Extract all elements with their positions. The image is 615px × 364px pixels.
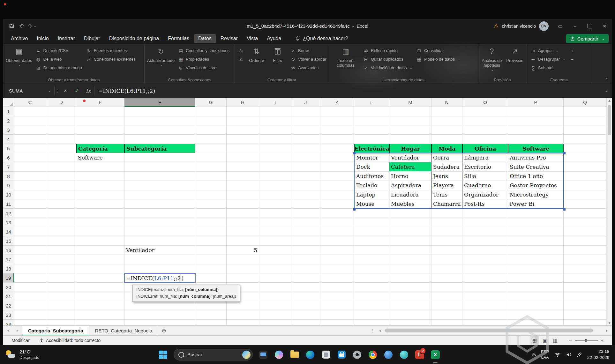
cell-N7[interactable]: Sudadera	[431, 162, 462, 172]
cell-I14[interactable]	[259, 227, 291, 236]
close-button[interactable]: ×	[597, 19, 612, 33]
cell-editor[interactable]: =INDICE(L6:P11;;2)	[124, 273, 196, 283]
cell-Q4[interactable]	[564, 135, 607, 144]
account-name[interactable]: christian vicencio	[502, 24, 536, 29]
de-texto-csv-button[interactable]: ≡De texto/CSV	[33, 47, 84, 55]
cell-M18[interactable]	[389, 264, 431, 273]
cell-I4[interactable]	[259, 135, 291, 144]
cell-D14[interactable]	[46, 227, 76, 236]
excel-icon[interactable]: X	[430, 345, 440, 364]
cell-G1[interactable]	[195, 107, 227, 116]
cell-D10[interactable]	[46, 190, 76, 199]
menu-tab-insertar[interactable]: Insertar	[54, 34, 79, 43]
cell-Q24[interactable]	[564, 320, 607, 325]
row-header-14[interactable]: 14	[3, 227, 14, 236]
cell-O2[interactable]	[462, 116, 508, 125]
cell-I19[interactable]	[259, 273, 291, 283]
cell-F13[interactable]	[124, 218, 195, 227]
column-header-p[interactable]: P	[508, 98, 564, 107]
cell-H23[interactable]	[227, 310, 259, 320]
cell-I18[interactable]	[259, 264, 291, 273]
borrar-button[interactable]: ×Borrar	[288, 47, 328, 55]
file-explorer-icon[interactable]	[289, 345, 300, 364]
cell-G9[interactable]	[195, 181, 227, 190]
menu-tab-ayuda[interactable]: Ayuda	[263, 34, 285, 43]
validacion-de-datos-button[interactable]: ✓Validación de datos⌄	[361, 64, 414, 72]
cell-Q5[interactable]	[564, 144, 607, 153]
cell-H6[interactable]	[227, 153, 259, 162]
page-layout-view-button[interactable]: ▣	[541, 336, 549, 345]
agrupar-button[interactable]: ⇥Agrupar⌄	[528, 47, 567, 55]
cell-N11[interactable]: Chamarra	[431, 199, 462, 209]
cell-H17[interactable]	[227, 255, 259, 264]
cell-F5[interactable]: Subcategoría	[124, 144, 195, 153]
cell-C10[interactable]	[14, 190, 46, 199]
cell-N6[interactable]: Gorra	[431, 153, 462, 162]
cell-J23[interactable]	[291, 310, 320, 320]
cell-O14[interactable]	[462, 227, 508, 236]
cell-L17[interactable]	[354, 255, 389, 264]
cell-P18[interactable]	[508, 264, 564, 273]
cell-E22[interactable]	[76, 301, 124, 310]
cell-I21[interactable]	[259, 292, 291, 301]
cell-M16[interactable]	[389, 246, 431, 255]
cell-N12[interactable]	[431, 209, 462, 218]
cell-F2[interactable]	[124, 116, 195, 125]
row-header-16[interactable]: 16	[3, 246, 14, 255]
cell-O10[interactable]: Organizador	[462, 190, 508, 199]
cell-J2[interactable]	[291, 116, 320, 125]
cell-K14[interactable]	[320, 227, 354, 236]
subtotal-button[interactable]: ∑Subtotal	[528, 64, 567, 72]
cell-F24[interactable]	[124, 320, 195, 325]
cell-M13[interactable]	[389, 218, 431, 227]
cell-O7[interactable]: Escritorio	[462, 162, 508, 172]
cell-M21[interactable]	[389, 292, 431, 301]
cell-G17[interactable]	[195, 255, 227, 264]
cell-N17[interactable]	[431, 255, 462, 264]
cell-D3[interactable]	[46, 125, 76, 135]
cell-K9[interactable]	[320, 181, 354, 190]
cell-I5[interactable]	[259, 144, 291, 153]
cell-O16[interactable]	[462, 246, 508, 255]
cell-J24[interactable]	[291, 320, 320, 325]
clock[interactable]: 23:18 22-02-2026	[587, 349, 609, 360]
menu-tab-datos[interactable]: Datos	[194, 34, 216, 43]
cell-G3[interactable]	[195, 125, 227, 135]
cell-P17[interactable]	[508, 255, 564, 264]
page-break-view-button[interactable]: ▥	[551, 336, 559, 345]
cell-K21[interactable]	[320, 292, 354, 301]
cell-F12[interactable]	[124, 209, 195, 218]
sort-az-button[interactable]: A↓	[236, 47, 246, 55]
cell-D4[interactable]	[46, 135, 76, 144]
tray-overflow-icon[interactable]	[532, 353, 536, 357]
cell-F22[interactable]	[124, 301, 195, 310]
cell-O22[interactable]	[462, 301, 508, 310]
cell-J4[interactable]	[291, 135, 320, 144]
cell-E17[interactable]	[76, 255, 124, 264]
cell-K11[interactable]	[320, 199, 354, 209]
cell-M11[interactable]: Muebles	[389, 199, 431, 209]
cell-F6[interactable]	[124, 153, 195, 162]
row-header-4[interactable]: 4	[3, 135, 14, 144]
cell-K3[interactable]	[320, 125, 354, 135]
cell-I13[interactable]	[259, 218, 291, 227]
zoom-slider-thumb[interactable]	[585, 339, 587, 342]
taskbar-search[interactable]: Buscar	[174, 349, 253, 360]
cell-L2[interactable]	[354, 116, 389, 125]
cell-Q23[interactable]	[564, 310, 607, 320]
filtro-button[interactable]: ▢Filtro	[267, 45, 288, 63]
column-header-j[interactable]: J	[291, 98, 320, 107]
cell-P9[interactable]: Gestor Proyectos	[508, 181, 564, 190]
column-header-c[interactable]: C	[14, 98, 46, 107]
sheet-tab-categoria-subcategoria[interactable]: Categoria_Subcategoria	[22, 326, 89, 335]
select-all-corner[interactable]	[3, 98, 14, 107]
cell-K15[interactable]	[320, 236, 354, 246]
cell-I11[interactable]	[259, 199, 291, 209]
cell-L8[interactable]: Audífonos	[354, 172, 389, 181]
cell-E16[interactable]	[76, 246, 124, 255]
cell-K8[interactable]	[320, 172, 354, 181]
row-header-13[interactable]: 13	[3, 218, 14, 227]
cell-E6[interactable]: Software	[76, 153, 124, 162]
row-header-18[interactable]: 18	[3, 264, 14, 273]
cell-F9[interactable]	[124, 181, 195, 190]
